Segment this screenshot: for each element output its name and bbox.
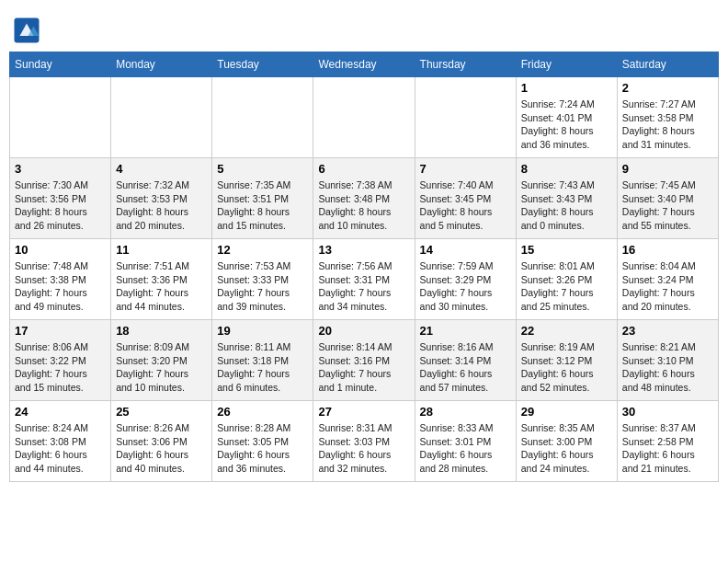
day-info: Sunrise: 8:14 AM Sunset: 3:16 PM Dayligh… (318, 340, 409, 395)
header-monday: Monday (111, 52, 212, 77)
header-wednesday: Wednesday (313, 52, 415, 77)
calendar-week-4: 17Sunrise: 8:06 AM Sunset: 3:22 PM Dayli… (10, 320, 719, 401)
day-number: 15 (521, 243, 612, 257)
day-info: Sunrise: 7:51 AM Sunset: 3:36 PM Dayligh… (116, 259, 207, 314)
day-info: Sunrise: 8:01 AM Sunset: 3:26 PM Dayligh… (521, 259, 612, 314)
calendar-cell: 16Sunrise: 8:04 AM Sunset: 3:24 PM Dayli… (617, 239, 718, 320)
calendar-cell (313, 77, 415, 158)
day-number: 30 (622, 405, 713, 419)
day-info: Sunrise: 7:59 AM Sunset: 3:29 PM Dayligh… (420, 259, 511, 314)
calendar-cell: 14Sunrise: 7:59 AM Sunset: 3:29 PM Dayli… (415, 239, 516, 320)
day-info: Sunrise: 8:28 AM Sunset: 3:05 PM Dayligh… (217, 421, 308, 476)
day-number: 9 (622, 162, 713, 176)
day-info: Sunrise: 8:21 AM Sunset: 3:10 PM Dayligh… (622, 340, 713, 395)
calendar-cell: 6Sunrise: 7:38 AM Sunset: 3:48 PM Daylig… (313, 158, 415, 239)
day-number: 16 (622, 243, 713, 257)
calendar-cell (10, 77, 111, 158)
header-sunday: Sunday (10, 52, 111, 77)
page-header (9, 9, 719, 44)
calendar-cell: 11Sunrise: 7:51 AM Sunset: 3:36 PM Dayli… (111, 239, 212, 320)
day-number: 22 (521, 324, 612, 338)
day-number: 26 (217, 405, 308, 419)
day-number: 8 (521, 162, 612, 176)
logo-icon (13, 17, 40, 44)
day-number: 23 (622, 324, 713, 338)
day-info: Sunrise: 8:31 AM Sunset: 3:03 PM Dayligh… (318, 421, 409, 476)
day-info: Sunrise: 8:04 AM Sunset: 3:24 PM Dayligh… (622, 259, 713, 314)
day-number: 20 (318, 324, 409, 338)
day-info: Sunrise: 8:24 AM Sunset: 3:08 PM Dayligh… (15, 421, 106, 476)
day-number: 25 (116, 405, 207, 419)
calendar-cell (212, 77, 313, 158)
logo (13, 17, 44, 44)
calendar-week-5: 24Sunrise: 8:24 AM Sunset: 3:08 PM Dayli… (10, 401, 719, 482)
calendar-cell (415, 77, 516, 158)
day-info: Sunrise: 7:48 AM Sunset: 3:38 PM Dayligh… (15, 259, 106, 314)
day-info: Sunrise: 8:16 AM Sunset: 3:14 PM Dayligh… (420, 340, 511, 395)
calendar-cell: 19Sunrise: 8:11 AM Sunset: 3:18 PM Dayli… (212, 320, 313, 401)
day-number: 12 (217, 243, 308, 257)
calendar-cell: 18Sunrise: 8:09 AM Sunset: 3:20 PM Dayli… (111, 320, 212, 401)
day-number: 11 (116, 243, 207, 257)
day-info: Sunrise: 8:06 AM Sunset: 3:22 PM Dayligh… (15, 340, 106, 395)
day-number: 1 (521, 81, 612, 95)
calendar-cell: 30Sunrise: 8:37 AM Sunset: 2:58 PM Dayli… (617, 401, 718, 482)
calendar-week-2: 3Sunrise: 7:30 AM Sunset: 3:56 PM Daylig… (10, 158, 719, 239)
day-number: 21 (420, 324, 511, 338)
calendar-cell: 15Sunrise: 8:01 AM Sunset: 3:26 PM Dayli… (516, 239, 617, 320)
calendar-cell: 24Sunrise: 8:24 AM Sunset: 3:08 PM Dayli… (10, 401, 111, 482)
day-number: 3 (15, 162, 106, 176)
day-number: 14 (420, 243, 511, 257)
calendar-cell: 5Sunrise: 7:35 AM Sunset: 3:51 PM Daylig… (212, 158, 313, 239)
day-number: 28 (420, 405, 511, 419)
header-friday: Friday (516, 52, 617, 77)
day-number: 6 (318, 162, 409, 176)
calendar-cell: 22Sunrise: 8:19 AM Sunset: 3:12 PM Dayli… (516, 320, 617, 401)
header-thursday: Thursday (415, 52, 516, 77)
day-info: Sunrise: 8:11 AM Sunset: 3:18 PM Dayligh… (217, 340, 308, 395)
day-info: Sunrise: 8:09 AM Sunset: 3:20 PM Dayligh… (116, 340, 207, 395)
day-info: Sunrise: 7:24 AM Sunset: 4:01 PM Dayligh… (521, 98, 612, 152)
calendar-cell: 28Sunrise: 8:33 AM Sunset: 3:01 PM Dayli… (415, 401, 516, 482)
header-saturday: Saturday (617, 52, 718, 77)
day-info: Sunrise: 7:43 AM Sunset: 3:43 PM Dayligh… (521, 178, 612, 233)
calendar-cell: 29Sunrise: 8:35 AM Sunset: 3:00 PM Dayli… (516, 401, 617, 482)
day-info: Sunrise: 8:26 AM Sunset: 3:06 PM Dayligh… (116, 421, 207, 476)
calendar-cell: 25Sunrise: 8:26 AM Sunset: 3:06 PM Dayli… (111, 401, 212, 482)
day-info: Sunrise: 7:27 AM Sunset: 3:58 PM Dayligh… (622, 98, 713, 152)
calendar-cell: 9Sunrise: 7:45 AM Sunset: 3:40 PM Daylig… (617, 158, 718, 239)
day-number: 18 (116, 324, 207, 338)
day-info: Sunrise: 7:45 AM Sunset: 3:40 PM Dayligh… (622, 178, 713, 233)
day-info: Sunrise: 7:38 AM Sunset: 3:48 PM Dayligh… (318, 178, 409, 233)
calendar-cell (111, 77, 212, 158)
day-info: Sunrise: 8:37 AM Sunset: 2:58 PM Dayligh… (622, 421, 713, 476)
day-info: Sunrise: 7:40 AM Sunset: 3:45 PM Dayligh… (420, 178, 511, 233)
calendar-cell: 7Sunrise: 7:40 AM Sunset: 3:45 PM Daylig… (415, 158, 516, 239)
day-number: 24 (15, 405, 106, 419)
calendar-cell: 8Sunrise: 7:43 AM Sunset: 3:43 PM Daylig… (516, 158, 617, 239)
calendar-week-3: 10Sunrise: 7:48 AM Sunset: 3:38 PM Dayli… (10, 239, 719, 320)
header-tuesday: Tuesday (212, 52, 313, 77)
calendar-cell: 12Sunrise: 7:53 AM Sunset: 3:33 PM Dayli… (212, 239, 313, 320)
day-number: 29 (521, 405, 612, 419)
day-info: Sunrise: 7:32 AM Sunset: 3:53 PM Dayligh… (116, 178, 207, 233)
calendar-cell: 26Sunrise: 8:28 AM Sunset: 3:05 PM Dayli… (212, 401, 313, 482)
calendar-cell: 27Sunrise: 8:31 AM Sunset: 3:03 PM Dayli… (313, 401, 415, 482)
calendar-cell: 3Sunrise: 7:30 AM Sunset: 3:56 PM Daylig… (10, 158, 111, 239)
calendar-cell: 21Sunrise: 8:16 AM Sunset: 3:14 PM Dayli… (415, 320, 516, 401)
calendar-header-row: SundayMondayTuesdayWednesdayThursdayFrid… (10, 52, 719, 77)
day-info: Sunrise: 8:19 AM Sunset: 3:12 PM Dayligh… (521, 340, 612, 395)
day-info: Sunrise: 7:30 AM Sunset: 3:56 PM Dayligh… (15, 178, 106, 233)
day-number: 17 (15, 324, 106, 338)
day-number: 10 (15, 243, 106, 257)
day-number: 4 (116, 162, 207, 176)
day-info: Sunrise: 7:53 AM Sunset: 3:33 PM Dayligh… (217, 259, 308, 314)
day-number: 2 (622, 81, 713, 95)
calendar-cell: 23Sunrise: 8:21 AM Sunset: 3:10 PM Dayli… (617, 320, 718, 401)
day-info: Sunrise: 7:35 AM Sunset: 3:51 PM Dayligh… (217, 178, 308, 233)
calendar-cell: 20Sunrise: 8:14 AM Sunset: 3:16 PM Dayli… (313, 320, 415, 401)
calendar-week-1: 1Sunrise: 7:24 AM Sunset: 4:01 PM Daylig… (10, 77, 719, 158)
calendar-cell: 10Sunrise: 7:48 AM Sunset: 3:38 PM Dayli… (10, 239, 111, 320)
day-info: Sunrise: 8:33 AM Sunset: 3:01 PM Dayligh… (420, 421, 511, 476)
calendar-cell: 4Sunrise: 7:32 AM Sunset: 3:53 PM Daylig… (111, 158, 212, 239)
